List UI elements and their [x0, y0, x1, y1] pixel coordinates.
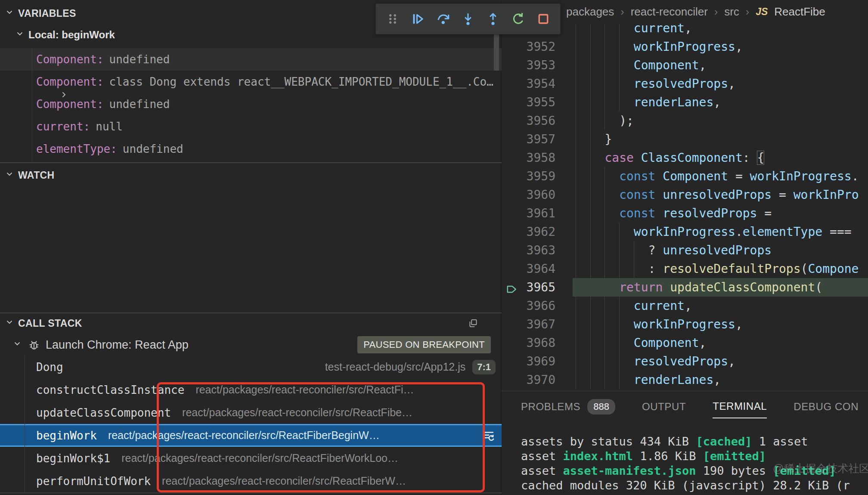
callstack-section-header[interactable]: CALL STACK — [4, 317, 491, 330]
line-number[interactable]: 3969 — [502, 352, 555, 371]
token — [576, 262, 648, 276]
chevron-down-icon[interactable] — [4, 317, 15, 330]
step-over-button[interactable] — [434, 10, 452, 28]
line-number[interactable]: 3963 — [502, 241, 555, 260]
line-number[interactable]: 3961 — [502, 204, 555, 223]
token: renderLanes — [634, 373, 713, 387]
code-text[interactable]: const resolvedProps = — [573, 204, 868, 223]
sidebar-scrollbar-thumb[interactable] — [494, 31, 499, 71]
chevron-down-icon[interactable] — [15, 28, 25, 41]
line-number[interactable]: 3968 — [502, 334, 555, 352]
breadcrumb-file-name[interactable]: ReactFibe — [774, 5, 825, 19]
code-editor: 3951 current, 3952 workInProgress, 3953 … — [502, 0, 868, 391]
code-text[interactable]: resolvedProps, — [573, 74, 868, 93]
variable-row[interactable]: elementType: undefined — [0, 138, 502, 160]
line-number[interactable]: 3954 — [502, 74, 555, 93]
code-text[interactable]: workInProgress.elementType === — [573, 223, 868, 241]
line-number[interactable]: 3967 — [502, 315, 555, 334]
token — [576, 280, 619, 294]
line-number[interactable]: 3965 — [502, 278, 555, 297]
tab-debug-con[interactable]: DEBUG CON — [794, 401, 859, 418]
variable-row[interactable]: Component: undefined — [0, 93, 502, 115]
token — [576, 317, 634, 331]
code-text[interactable]: Component, — [573, 56, 868, 74]
code-line: 3963 ? unresolvedProps — [502, 241, 868, 260]
line-number[interactable]: 3964 — [502, 260, 555, 278]
code-text[interactable]: const Component = workInProgress. — [573, 167, 868, 186]
token: cached modules 320 KiB (javascript) 28.2… — [521, 479, 850, 492]
tab-terminal[interactable]: TERMINAL — [713, 400, 767, 418]
frame-function-name: performUnitOfWork — [36, 475, 151, 488]
token: , — [685, 299, 692, 313]
breadcrumb-item-react-reconciler[interactable]: react-reconciler — [631, 5, 708, 19]
line-number[interactable]: 3956 — [502, 111, 555, 130]
code-text[interactable]: case ClassComponent: { — [573, 148, 868, 167]
chevron-right-icon[interactable] — [18, 77, 28, 87]
line-number[interactable]: 3959 — [502, 167, 555, 186]
tab-problems[interactable]: PROBLEMS 888 — [521, 399, 615, 420]
bug-icon — [28, 338, 40, 351]
line-number[interactable]: 3952 — [502, 37, 555, 56]
code-text[interactable]: return updateClassComponent( — [573, 278, 868, 297]
step-into-button[interactable] — [459, 10, 477, 28]
chevron-down-icon[interactable] — [4, 7, 15, 20]
callstack-frame-row[interactable]: Dong test-react-debug/src/App12.js 7:1 — [0, 356, 502, 378]
token: 190 bytes — [696, 464, 773, 477]
code-text[interactable]: const unresolvedProps = workInPro — [573, 186, 868, 204]
variable-row[interactable]: Component: class Dong extends react__WEB… — [0, 71, 502, 93]
token: . — [735, 225, 743, 239]
debug-session-row[interactable]: Launch Chrome: React App PAUSED ON BREAK… — [12, 335, 491, 355]
code-text[interactable]: Component, — [573, 334, 868, 352]
variable-row[interactable]: Component: undefined — [0, 48, 502, 71]
token: , — [728, 77, 735, 91]
chevron-down-icon[interactable] — [12, 338, 22, 352]
code-text[interactable]: workInProgress, — [573, 37, 868, 56]
token: ClassComponent — [641, 151, 743, 165]
token — [576, 169, 619, 183]
scope-header[interactable]: Local: beginWork — [15, 28, 115, 41]
restart-button[interactable] — [509, 10, 527, 28]
code-text[interactable]: renderLanes, — [573, 93, 868, 111]
token — [576, 95, 634, 109]
red-annotation-box — [157, 382, 485, 492]
code-line: 3956 ); — [502, 111, 868, 130]
token: [cached] — [696, 435, 752, 448]
code-text[interactable]: resolvedProps, — [573, 352, 868, 371]
line-number[interactable]: 3970 — [502, 371, 555, 389]
line-number[interactable]: 3955 — [502, 93, 555, 111]
continue-button[interactable] — [409, 10, 427, 28]
code-text[interactable]: ); — [573, 111, 868, 130]
token — [576, 336, 634, 350]
variable-value: class Dong extends react__WEBPACK_IMPORT… — [109, 75, 493, 88]
code-text[interactable]: workInProgress, — [573, 315, 868, 334]
code-text[interactable]: : resolveDefaultProps(Compone — [573, 260, 868, 278]
tree-indent-guide — [25, 356, 25, 492]
line-number[interactable]: 3953 — [502, 56, 555, 74]
problems-count-badge: 888 — [587, 399, 615, 415]
step-out-button[interactable] — [484, 10, 502, 28]
code-text[interactable]: ? unresolvedProps — [573, 241, 868, 260]
line-number[interactable]: 3960 — [502, 186, 555, 204]
code-text[interactable]: current, — [573, 297, 868, 315]
line-number[interactable]: 3957 — [502, 130, 555, 148]
code-text[interactable]: renderLanes, — [573, 371, 868, 389]
stop-button[interactable] — [534, 10, 552, 28]
tab-output[interactable]: OUTPUT — [642, 401, 686, 418]
copy-callstack-icon[interactable] — [468, 318, 479, 329]
breadcrumb-item-packages[interactable]: packages — [566, 5, 614, 19]
variable-value: undefined — [123, 142, 183, 155]
line-number[interactable]: 3958 — [502, 148, 555, 167]
breadcrumb-separator: › — [746, 6, 749, 18]
watch-section-header[interactable]: WATCH — [4, 169, 491, 182]
frame-function-name: beginWork — [36, 429, 97, 442]
breadcrumb-item-src[interactable]: src — [724, 5, 739, 19]
code-line: 3965 return updateClassComponent( — [502, 278, 868, 297]
chevron-down-icon[interactable] — [4, 169, 15, 182]
token — [576, 299, 634, 313]
toolbar-drag-handle[interactable] — [384, 10, 402, 28]
code-text[interactable]: } — [573, 130, 868, 148]
code-line: 3953 Component, — [502, 56, 868, 74]
variable-row[interactable]: current: null — [0, 115, 502, 138]
line-number[interactable]: 3966 — [502, 297, 555, 315]
line-number[interactable]: 3962 — [502, 223, 555, 241]
